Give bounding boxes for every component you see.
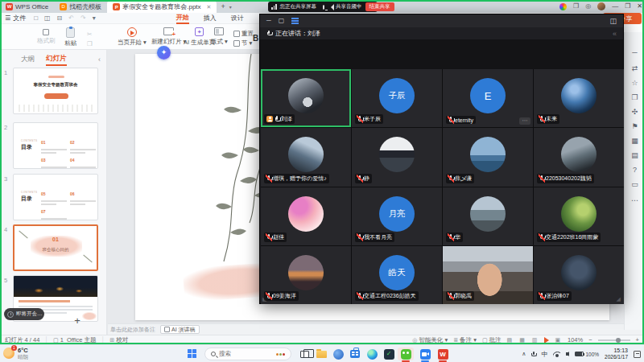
taskbar-weather-widget[interactable]: 1 6°C 晴朗: [3, 347, 28, 360]
zoom-slider[interactable]: [598, 339, 630, 341]
minimize-icon[interactable]: —: [612, 3, 618, 10]
tab-current-document[interactable]: P 寒假安全专题教育班会.pptx ✕: [107, 1, 217, 13]
section-button[interactable]: 节 ▾: [233, 39, 252, 47]
taskbar-clock[interactable]: 15:13 2026/1/17: [605, 348, 628, 361]
participant-tile[interactable]: 月亮 我不看月亮: [352, 187, 442, 245]
participant-tile[interactable]: 未来: [534, 69, 624, 127]
notification-toast[interactable]: 即将开会…: [4, 308, 44, 320]
collapse-arrows-icon[interactable]: «: [613, 30, 617, 38]
theme-button[interactable]: ▢1_Office 主题: [53, 336, 97, 344]
ribbon-tab-design[interactable]: 设计: [231, 14, 244, 23]
layout-button[interactable]: 版式 ▾: [211, 27, 228, 46]
participant-tile[interactable]: 静: [352, 128, 442, 186]
format-painter-button[interactable]: 格式刷: [37, 29, 56, 45]
restore-icon[interactable]: ❐: [625, 3, 630, 10]
monitor-icon[interactable]: [323, 5, 324, 10]
participant-tile[interactable]: 赵佳: [261, 187, 351, 245]
skin-theme-icon[interactable]: [559, 3, 567, 10]
layout-mode-icon[interactable]: ❐: [573, 3, 579, 10]
redo-icon[interactable]: ↷: [80, 14, 86, 22]
copy-pages-icon[interactable]: ❐: [625, 93, 644, 101]
gallery-view-icon[interactable]: ◫: [609, 17, 617, 25]
participant-tile[interactable]: 华: [443, 187, 533, 245]
favorites-icon[interactable]: ☆: [625, 79, 644, 87]
ribbon-tab-home[interactable]: 开始: [176, 13, 189, 24]
tab-outline[interactable]: 大纲: [21, 55, 35, 64]
stop-share-button[interactable]: 结束共享: [365, 2, 394, 11]
wps-ai-floating-button[interactable]: ✦: [157, 46, 171, 60]
proofing-button[interactable]: ⊞校对: [109, 336, 128, 344]
tab-list-chevron-icon[interactable]: ▾: [229, 0, 232, 13]
speaker-notes-button[interactable]: ≣备注 ▾: [453, 336, 477, 344]
notification-center-icon[interactable]: [634, 351, 641, 358]
user-avatar[interactable]: [597, 2, 605, 10]
help-circle-icon[interactable]: ?: [625, 166, 644, 174]
slide-thumbnail-2[interactable]: CONTENTS 目录 01 02 03 04: [13, 122, 98, 169]
participant-tile[interactable]: 增琪，赠予你の爱情♪: [261, 128, 351, 186]
tab-slides[interactable]: 幻灯片: [46, 54, 67, 66]
cut-icon[interactable]: ✂: [87, 31, 92, 38]
slideshow-play-icon[interactable]: [544, 337, 549, 343]
volume-icon[interactable]: [566, 352, 569, 356]
wechat-button[interactable]: [398, 348, 414, 360]
add-slide-button[interactable]: +: [71, 315, 84, 327]
slide-thumbnail-3[interactable]: CONTENTS 目录 05 06 07: [13, 174, 98, 220]
task-view-button[interactable]: [296, 348, 312, 360]
slide-thumbnail-1[interactable]: 寒假安全专题教育班会: [13, 68, 98, 114]
comment-panel-icon[interactable]: ▭: [625, 180, 644, 188]
play-from-current-button[interactable]: 当页开始 ▾: [118, 27, 147, 47]
participant-tile[interactable]: 交通2202班16田雨蒙: [534, 187, 624, 245]
flag-icon[interactable]: ⚑: [625, 122, 644, 130]
new-tab-button[interactable]: +: [217, 0, 229, 13]
reading-view-icon[interactable]: ▥: [532, 337, 538, 343]
help-icon[interactable]: ◎: [585, 3, 591, 10]
ribbon-tab-insert[interactable]: 插入: [204, 14, 217, 23]
collapse-panel-icon[interactable]: ‹: [98, 56, 101, 64]
taskbar-search[interactable]: 搜索: [204, 348, 291, 360]
chart-panel-icon[interactable]: ▦: [625, 137, 644, 145]
participant-tile[interactable]: 09姜海洋: [261, 246, 351, 304]
undo-icon[interactable]: ↶: [68, 14, 74, 22]
participant-tile[interactable]: 薛乄谦: [443, 128, 533, 186]
participant-tile[interactable]: 22053040202魏韬: [534, 128, 624, 186]
resize-grip-icon[interactable]: ◢: [617, 296, 621, 302]
notes-bar[interactable]: 单击此处添加备注 AI 演讲稿: [108, 323, 644, 335]
sorter-view-icon[interactable]: ▦: [519, 337, 525, 343]
store-button[interactable]: [347, 348, 363, 360]
tray-mic-icon[interactable]: [531, 352, 535, 357]
new-document-icon[interactable]: □: [34, 14, 38, 22]
comments-button[interactable]: ▢批注: [482, 336, 502, 344]
close-tab-icon[interactable]: ✕: [207, 4, 212, 10]
properties-icon[interactable]: ⇄: [625, 64, 644, 72]
beautify-button[interactable]: ◎智能美化 ▾: [412, 336, 448, 344]
wifi-icon[interactable]: [553, 352, 560, 357]
animation-icon[interactable]: ✣: [625, 108, 644, 116]
more-options-icon[interactable]: ⋯: [519, 117, 530, 125]
slide-thumbnail-4-selected[interactable]: 01 班会核心目的: [13, 224, 98, 271]
paste-button[interactable]: 粘贴: [64, 27, 76, 47]
bold-button[interactable]: B: [253, 34, 258, 43]
browser-button[interactable]: [330, 348, 346, 360]
popout-icon[interactable]: ▢: [279, 18, 285, 24]
meeting-window[interactable]: ─ ▢ ◫ 正在讲话：刘泽 « 刘泽 子辰 米子辰 E eternity ⋯: [259, 14, 624, 304]
hidden-icons-chevron[interactable]: ∧: [522, 351, 526, 357]
copy-icon[interactable]: ❐: [87, 40, 93, 47]
participant-tile[interactable]: 子辰 米子辰: [352, 69, 442, 127]
layout-list-icon[interactable]: [291, 18, 299, 19]
reset-button[interactable]: 重置: [233, 30, 254, 38]
ai-speech-button[interactable]: AI 演讲稿: [160, 325, 200, 334]
participant-tile[interactable]: 郭晓禹: [443, 246, 533, 304]
participant-tile[interactable]: 皓天 交通工程0236彭皓天: [352, 246, 442, 304]
ime-indicator[interactable]: 中: [541, 350, 547, 359]
reference-icon[interactable]: ▤: [625, 151, 644, 159]
tab-wps-office[interactable]: W WPS Office: [0, 0, 54, 13]
collapse-icon[interactable]: ─: [625, 48, 644, 56]
close-icon[interactable]: ✕: [637, 3, 642, 10]
new-slide-button[interactable]: 新建幻灯片 ▾: [151, 27, 186, 46]
minimize-icon[interactable]: ─: [266, 18, 271, 24]
participant-tile[interactable]: 张治锋07: [534, 246, 624, 304]
more-tools-icon[interactable]: ⋯: [625, 196, 644, 204]
tab-docer-template[interactable]: D 找稻壳模板: [54, 0, 107, 13]
participant-tile[interactable]: 刘泽: [261, 69, 351, 127]
print-icon[interactable]: ⊟: [57, 14, 63, 22]
